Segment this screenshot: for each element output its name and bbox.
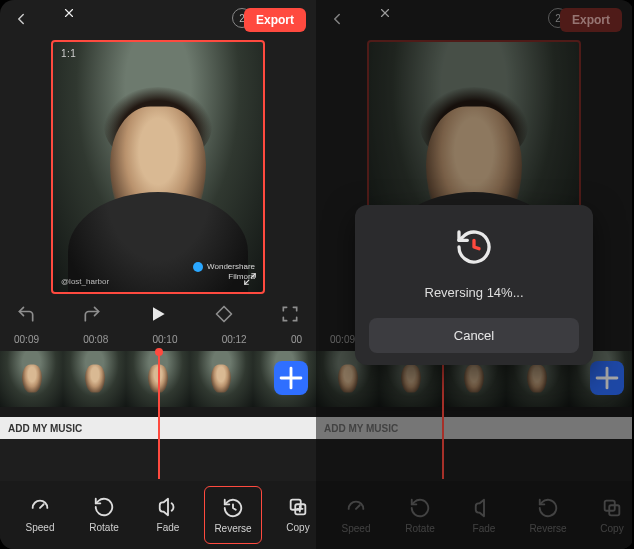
back-icon[interactable] — [12, 10, 30, 28]
thumbnail — [0, 351, 63, 407]
progress-text: Reversing 14%... — [369, 285, 579, 300]
svg-line-2 — [251, 274, 255, 278]
editor-pane-processing: 2 Export 00:09 ADD MY MUSIC — [316, 0, 632, 549]
tool-reverse: Reverse — [520, 487, 576, 543]
copy-icon — [287, 496, 309, 518]
keyframe-icon[interactable] — [214, 304, 234, 324]
video-preview[interactable]: 1:1 Wondershare Filmora @lost_harbor — [51, 40, 265, 294]
aspect-label: 1:1 — [61, 48, 76, 59]
tool-fade: Fade — [456, 487, 512, 543]
time-tick: 00:08 — [83, 334, 108, 345]
time-tick: 00:12 — [222, 334, 247, 345]
tool-reverse[interactable]: Reverse — [204, 486, 262, 544]
playhead[interactable] — [158, 351, 160, 479]
tool-rotate[interactable]: Rotate — [76, 486, 132, 542]
tool-fade[interactable]: Fade — [140, 486, 196, 542]
speed-icon — [29, 496, 51, 518]
close-icon[interactable] — [62, 6, 76, 20]
export-button: Export — [560, 8, 622, 32]
export-button[interactable]: Export — [244, 8, 306, 32]
svg-marker-5 — [217, 307, 232, 322]
time-tick: 00 — [291, 334, 302, 345]
time-tick: 00:09 — [14, 334, 39, 345]
cancel-button[interactable]: Cancel — [369, 318, 579, 353]
tool-speed[interactable]: Speed — [12, 486, 68, 542]
close-icon — [378, 6, 392, 20]
player-controls — [0, 294, 316, 334]
tool-copy[interactable]: Copy — [270, 486, 316, 542]
add-clip-button[interactable] — [274, 361, 308, 395]
tool-label: Copy — [286, 522, 309, 533]
preview-caption: @lost_harbor — [61, 277, 109, 286]
tool-rotate: Rotate — [392, 487, 448, 543]
svg-marker-4 — [153, 307, 165, 320]
tool-label: Fade — [157, 522, 180, 533]
expand-icon[interactable] — [243, 272, 257, 286]
back-icon — [328, 10, 346, 28]
tool-label: Rotate — [89, 522, 118, 533]
play-icon[interactable] — [148, 304, 168, 324]
undo-icon[interactable] — [16, 304, 36, 324]
svg-line-17 — [356, 505, 360, 509]
rotate-icon — [93, 496, 115, 518]
fullscreen-icon[interactable] — [280, 304, 300, 324]
reverse-icon — [222, 497, 244, 519]
add-clip-button — [590, 361, 624, 395]
svg-line-8 — [40, 504, 44, 508]
timeline-area: ADD MY MUSIC — [0, 351, 316, 439]
redo-icon[interactable] — [82, 304, 102, 324]
time-tick: 00:09 — [330, 334, 355, 345]
add-music-bar: ADD MY MUSIC — [316, 417, 632, 439]
thumbnail — [63, 351, 126, 407]
tools-bar: Speed Rotate Fade Reverse Copy — [316, 481, 632, 549]
editor-pane: 2 Export 1:1 Wondershare Filmora @lost_h… — [0, 0, 316, 549]
fade-icon — [157, 496, 179, 518]
playhead — [442, 351, 444, 479]
time-tick: 00:10 — [152, 334, 177, 345]
tools-bar: Speed Rotate Fade Reverse Copy — [0, 481, 316, 549]
progress-modal: Reversing 14%... Cancel — [355, 205, 593, 365]
reversing-icon — [454, 227, 494, 267]
thumbnail — [190, 351, 253, 407]
tool-label: Speed — [26, 522, 55, 533]
tool-speed: Speed — [328, 487, 384, 543]
top-bar: 2 Export — [0, 0, 316, 40]
tool-label: Reverse — [214, 523, 251, 534]
svg-line-3 — [245, 280, 249, 284]
tool-copy: Copy — [584, 487, 632, 543]
